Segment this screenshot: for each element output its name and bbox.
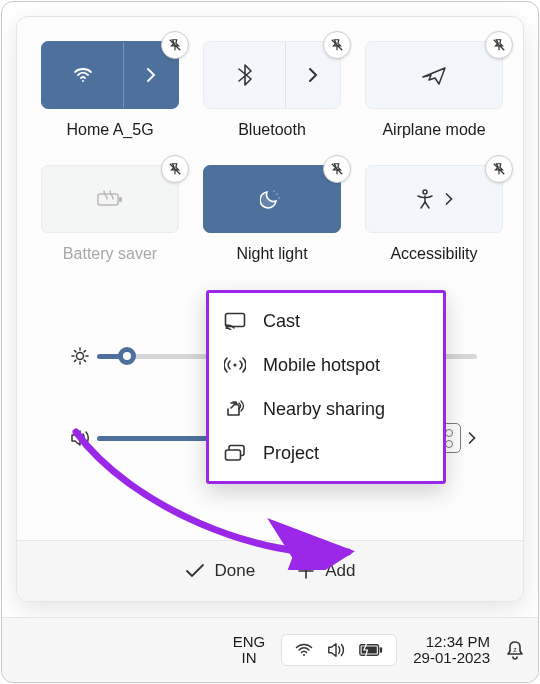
add-button[interactable]: Add [297, 561, 355, 581]
svg-text:z: z [513, 646, 517, 653]
svg-point-6 [423, 190, 427, 194]
svg-point-3 [276, 193, 277, 194]
tile-airplane: Airplane mode [365, 41, 503, 139]
unpin-icon [330, 162, 344, 176]
clock-time: 12:34 PM [426, 634, 490, 651]
cast-icon [223, 312, 247, 330]
language-indicator[interactable]: ENG IN [233, 634, 266, 666]
svg-rect-12 [226, 450, 241, 460]
unpin-icon [168, 162, 182, 176]
battery-tile [41, 165, 179, 233]
panel-footer: Done Add [17, 540, 523, 601]
hotspot-icon [223, 355, 247, 375]
chevron-right-icon [467, 431, 477, 445]
menu-item-label: Cast [263, 311, 300, 332]
taskbar: ENG IN 12:34 PM 29-01-2023 z [2, 617, 538, 682]
wifi-toggle[interactable] [42, 42, 123, 108]
svg-point-10 [233, 363, 236, 366]
tile-battery: Battery saver [41, 165, 179, 263]
lang-top: ENG [233, 634, 266, 650]
wifi-icon [294, 641, 314, 659]
volume-icon [326, 641, 346, 659]
unpin-icon [330, 38, 344, 52]
nearby-sharing-icon [223, 399, 247, 419]
svg-point-7 [77, 353, 84, 360]
unpin-wifi[interactable] [161, 31, 189, 59]
project-icon [223, 444, 247, 462]
add-menu: Cast Mobile hotspot Nearby sharing Proje… [206, 290, 446, 484]
bluetooth-label: Bluetooth [238, 121, 306, 139]
unpin-nightlight[interactable] [323, 155, 351, 183]
wifi-icon [71, 63, 95, 87]
focus-assist-icon: z [504, 639, 526, 661]
add-label: Add [325, 561, 355, 581]
accessibility-icon [414, 188, 436, 210]
chevron-right-icon [444, 192, 454, 206]
volume-icon [63, 428, 97, 448]
chevron-right-icon [307, 67, 319, 83]
chevron-right-icon [145, 67, 157, 83]
nightlight-label: Night light [236, 245, 307, 263]
unpin-bluetooth[interactable] [323, 31, 351, 59]
svg-point-4 [278, 197, 279, 198]
menu-item-hotspot[interactable]: Mobile hotspot [209, 343, 443, 387]
svg-point-5 [273, 190, 274, 191]
svg-rect-15 [380, 647, 382, 652]
unpin-airplane[interactable] [485, 31, 513, 59]
tile-nightlight: Night light [203, 165, 341, 263]
bluetooth-icon [235, 63, 255, 87]
done-button[interactable]: Done [185, 561, 256, 581]
unpin-icon [492, 162, 506, 176]
menu-item-nearby[interactable]: Nearby sharing [209, 387, 443, 431]
check-icon [185, 563, 205, 579]
tile-bluetooth: Bluetooth [203, 41, 341, 139]
unpin-battery[interactable] [161, 155, 189, 183]
tiles-grid: Home A_5G Bluetooth [41, 41, 499, 263]
bluetooth-toggle[interactable] [204, 42, 285, 108]
unpin-accessibility[interactable] [485, 155, 513, 183]
accessibility-label: Accessibility [390, 245, 477, 263]
tile-accessibility: Accessibility [365, 165, 503, 263]
svg-point-0 [82, 80, 84, 82]
svg-point-13 [303, 654, 305, 656]
system-tray[interactable] [281, 634, 397, 666]
plus-icon [297, 562, 315, 580]
clock[interactable]: 12:34 PM 29-01-2023 [413, 634, 490, 667]
menu-item-label: Mobile hotspot [263, 355, 380, 376]
accessibility-tile[interactable] [365, 165, 503, 233]
clock-date: 29-01-2023 [413, 650, 490, 667]
svg-point-9 [226, 327, 228, 329]
night-light-icon [260, 187, 284, 211]
battery-icon [358, 642, 384, 658]
done-label: Done [215, 561, 256, 581]
unpin-icon [168, 38, 182, 52]
brightness-icon [63, 346, 97, 366]
bluetooth-tile[interactable] [203, 41, 341, 109]
airplane-icon [421, 64, 447, 86]
menu-item-label: Nearby sharing [263, 399, 385, 420]
airplane-tile[interactable] [365, 41, 503, 109]
tile-wifi: Home A_5G [41, 41, 179, 139]
notifications-button[interactable]: z [504, 639, 526, 661]
battery-label: Battery saver [63, 245, 157, 263]
menu-item-cast[interactable]: Cast [209, 299, 443, 343]
wifi-label: Home A_5G [66, 121, 153, 139]
wifi-tile[interactable] [41, 41, 179, 109]
nightlight-tile[interactable] [203, 165, 341, 233]
airplane-label: Airplane mode [382, 121, 485, 139]
lang-bot: IN [242, 650, 257, 666]
svg-rect-2 [119, 197, 122, 202]
menu-item-project[interactable]: Project [209, 431, 443, 475]
battery-saver-icon [96, 189, 124, 209]
unpin-icon [492, 38, 506, 52]
svg-rect-1 [98, 194, 118, 205]
menu-item-label: Project [263, 443, 319, 464]
